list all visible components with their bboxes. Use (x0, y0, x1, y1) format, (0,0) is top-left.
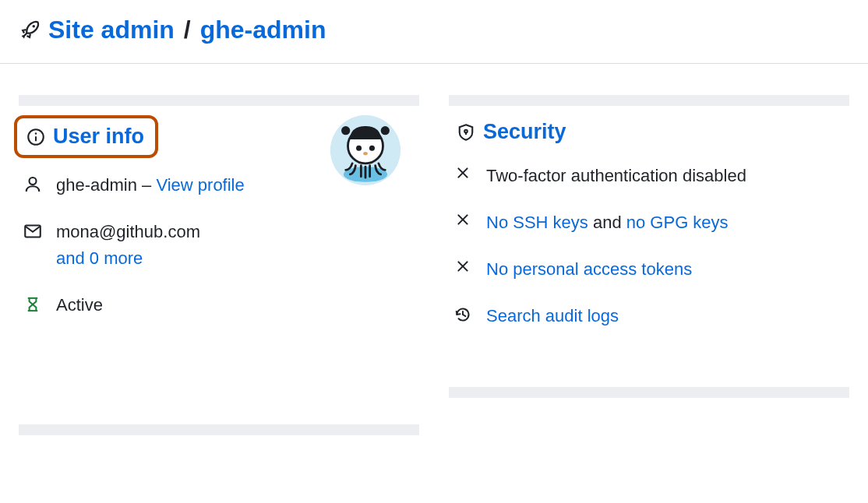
info-icon (26, 128, 45, 146)
security-card: Security Two-factor authentication disab… (449, 95, 849, 435)
two-factor-row: Two-factor authentication disabled (453, 163, 849, 189)
username-text: ghe-admin (56, 175, 137, 195)
svg-point-11 (363, 152, 368, 155)
svg-point-2 (35, 132, 37, 134)
no-gpg-keys-link[interactable]: no GPG keys (626, 213, 729, 232)
keys-row: No SSH keys and no GPG keys (453, 209, 849, 236)
and-more-link[interactable]: and 0 more (56, 248, 143, 268)
view-profile-link[interactable]: View profile (156, 175, 244, 195)
breadcrumb-header: Site admin / ghe-admin (0, 0, 868, 64)
x-icon (453, 213, 472, 227)
username-link[interactable]: ghe-admin (200, 16, 326, 44)
and-text: and (588, 213, 626, 232)
hourglass-icon (23, 295, 42, 314)
email-text: mona@github.com (56, 222, 200, 241)
card-bottombar (19, 424, 419, 435)
pat-row: No personal access tokens (453, 256, 849, 283)
search-audit-link[interactable]: Search audit logs (486, 306, 619, 325)
avatar (330, 115, 400, 185)
email-row: mona@github.com and 0 more (23, 219, 419, 272)
two-factor-text: Two-factor authentication disabled (486, 166, 746, 185)
rocket-icon (19, 19, 41, 41)
dash: – (137, 175, 156, 195)
svg-line-25 (463, 315, 465, 316)
page-title: Site admin / ghe-admin (19, 16, 326, 44)
person-icon (23, 175, 42, 194)
svg-point-10 (369, 146, 375, 151)
history-icon (453, 306, 472, 323)
x-icon (453, 259, 472, 273)
svg-point-12 (30, 178, 37, 185)
audit-log-row: Search audit logs (453, 303, 849, 329)
svg-point-7 (341, 126, 350, 135)
x-icon (453, 166, 472, 180)
shield-icon (457, 123, 475, 142)
no-ssh-keys-link[interactable]: No SSH keys (486, 213, 588, 232)
no-pat-link[interactable]: No personal access tokens (486, 259, 692, 279)
svg-point-0 (33, 25, 36, 28)
svg-point-8 (381, 126, 390, 135)
card-topbar (19, 95, 419, 106)
user-info-title-link[interactable]: User info (53, 125, 144, 149)
security-title-link[interactable]: Security (483, 120, 566, 144)
site-admin-link[interactable]: Site admin (48, 16, 175, 44)
status-text: Active (56, 295, 103, 315)
svg-point-9 (356, 146, 362, 151)
breadcrumb-separator: / (184, 16, 191, 44)
svg-point-16 (464, 129, 468, 132)
user-info-header-highlight: User info (14, 115, 158, 158)
user-info-card: User info (19, 95, 419, 435)
card-bottombar (449, 387, 849, 398)
status-row: Active (23, 292, 419, 318)
card-topbar (449, 95, 849, 106)
mail-icon (23, 222, 42, 241)
